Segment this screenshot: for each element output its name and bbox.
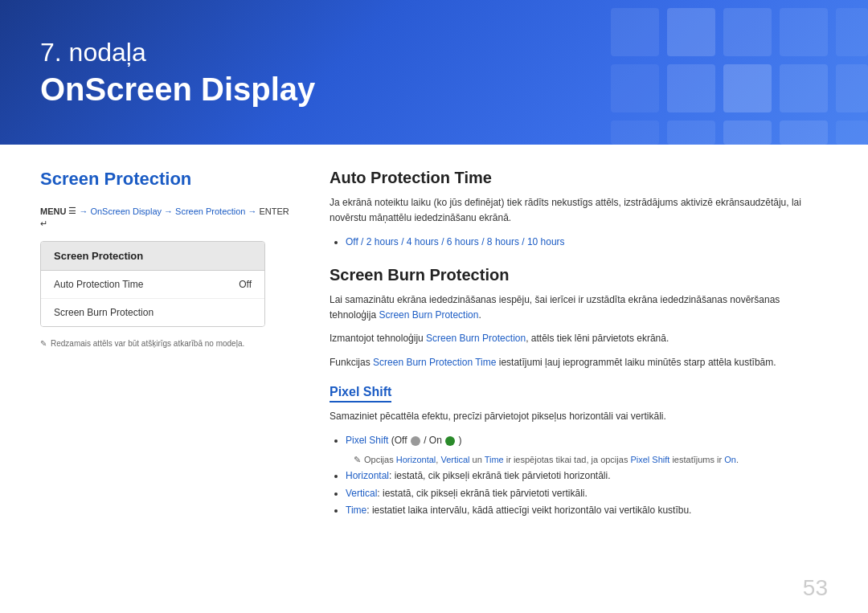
screen-burn-section: Screen Burn Protection Lai samazinātu ek… <box>330 266 828 370</box>
pixel-shift-item2: Horizontal: iestatā, cik pikseļi ekrānā … <box>346 468 828 485</box>
para2-link: Screen Burn Protection <box>426 333 526 344</box>
header-title: 7. nodaļa OnScreen Display <box>40 36 315 108</box>
breadcrumb: MENU ☰ → OnScreen Display → Screen Prote… <box>40 206 297 229</box>
left-section-title: Screen Protection <box>40 169 297 190</box>
pixel-shift-close: ) <box>459 435 462 446</box>
subnote-horizontal: Horizontal <box>396 455 436 464</box>
subnote-on: On <box>724 455 736 464</box>
right-column: Auto Protection Time Ja ekrānā noteiktu … <box>330 169 828 589</box>
breadcrumb-enter-icon: ↵ <box>40 219 47 229</box>
para2-start: Izmantojot tehnoloģiju <box>330 333 426 344</box>
svg-rect-13 <box>836 64 868 112</box>
svg-rect-7 <box>723 121 772 145</box>
svg-rect-0 <box>667 8 715 56</box>
bullet4-text: : iestatiet laika intervālu, kādā attiec… <box>366 505 691 516</box>
note-pencil-icon: ✎ <box>354 452 361 468</box>
subnote-time: Time <box>485 455 504 464</box>
pixel-shift-on-text: / On <box>424 435 444 446</box>
pixel-shift-title: Pixel Shift <box>330 385 391 403</box>
chapter-label: 7. nodaļa <box>40 36 315 70</box>
pixel-shift-link: Pixel Shift <box>346 435 388 446</box>
left-note: ✎ Redzamais attēls var būt atšķirīgs atk… <box>40 339 297 348</box>
auto-protection-title: Auto Protection Time <box>330 169 828 187</box>
breadcrumb-arrow3: → <box>248 206 256 216</box>
menu-item-auto-label: Auto Protection Time <box>54 279 143 290</box>
pixel-shift-item4: Time: iestatiet laika intervālu, kādā at… <box>346 502 828 520</box>
svg-rect-11 <box>611 121 659 145</box>
para1-link: Screen Burn Protection <box>379 309 478 321</box>
breadcrumb-menu-icon: ☰ <box>68 206 76 216</box>
note-text: Redzamais attēls var būt atšķirīgs atkar… <box>51 339 244 348</box>
menu-item-auto-value: Off <box>239 279 252 290</box>
breadcrumb-link2: Screen Protection <box>175 206 245 216</box>
auto-protection-options: Off / 2 hours / 4 hours / 6 hours / 8 ho… <box>330 234 828 251</box>
pixel-shift-section: Pixel Shift Samaziniet pēcattēla efektu,… <box>330 385 828 520</box>
pixel-shift-item1: Pixel Shift (Off / On ) ✎ Opcijas Horizo… <box>346 432 828 468</box>
page-header: 7. nodaļa OnScreen Display <box>0 0 868 145</box>
svg-rect-5 <box>780 64 828 112</box>
para3-end: iestatījumi ļauj ieprogrammēt laiku minū… <box>496 357 776 368</box>
bullet3-vertical: Vertical <box>346 488 377 499</box>
circle-on-icon <box>445 436 455 446</box>
screen-burn-para1: Lai samazinātu ekrāna iededzināšanas ies… <box>330 292 828 323</box>
breadcrumb-enter: ENTER <box>259 206 289 216</box>
menu-box: Screen Protection Auto Protection Time O… <box>40 241 265 327</box>
breadcrumb-arrow1: → <box>79 206 88 216</box>
subnote-pixelshift: Pixel Shift <box>630 455 669 464</box>
screen-burn-para3: Funkcijas Screen Burn Protection Time ie… <box>330 355 828 370</box>
screen-burn-title: Screen Burn Protection <box>330 266 828 284</box>
option-item: Off / 2 hours / 4 hours / 6 hours / 8 ho… <box>346 234 828 251</box>
para2-end: , attēls tiek lēni pārvietots ekrānā. <box>526 333 669 344</box>
menu-item-screen-burn[interactable]: Screen Burn Protection <box>41 299 264 326</box>
circle-off-icon <box>411 436 420 446</box>
left-column: Screen Protection MENU ☰ → OnScreen Disp… <box>40 169 297 589</box>
svg-rect-10 <box>611 64 659 112</box>
bullet3-text: : iestatā, cik pikseļi ekrānā tiek pārvi… <box>377 488 587 499</box>
auto-protection-section: Auto Protection Time Ja ekrānā noteiktu … <box>330 169 828 251</box>
auto-protection-description: Ja ekrānā noteiktu laiku (ko jūs definēj… <box>330 195 828 226</box>
menu-item-auto-protection[interactable]: Auto Protection Time Off <box>41 271 264 299</box>
svg-rect-2 <box>780 8 828 56</box>
bullet2-horizontal: Horizontal <box>346 470 389 481</box>
para3-start: Funkcijas <box>330 357 373 368</box>
breadcrumb-link1: OnScreen Display <box>90 206 162 216</box>
svg-rect-14 <box>836 121 868 145</box>
pixel-shift-description: Samaziniet pēcattēla efektu, precīzi pār… <box>330 409 828 424</box>
menu-box-header: Screen Protection <box>41 242 264 271</box>
svg-rect-8 <box>780 121 828 145</box>
subnote-vertical: Vertical <box>440 455 469 464</box>
bullet2-text: : iestatā, cik pikseļi ekrānā tiek pārvi… <box>389 470 610 481</box>
pixel-shift-list: Pixel Shift (Off / On ) ✎ Opcijas Horizo… <box>330 432 828 520</box>
breadcrumb-arrow2: → <box>164 206 173 216</box>
menu-item-burn-label: Screen Burn Protection <box>54 307 154 318</box>
subnote-text: Opcijas Horizontal, Vertical un Time ir … <box>364 452 739 468</box>
para3-link: Screen Burn Protection Time <box>373 357 496 368</box>
pixel-shift-item3: Vertical: iestatā, cik pikseļi ekrānā ti… <box>346 485 828 503</box>
svg-rect-3 <box>667 64 715 112</box>
svg-rect-6 <box>667 121 715 145</box>
breadcrumb-menu: MENU <box>40 206 66 216</box>
svg-rect-1 <box>723 8 772 56</box>
svg-rect-12 <box>836 8 868 56</box>
note-icon: ✎ <box>40 339 47 348</box>
svg-rect-9 <box>611 8 659 56</box>
svg-rect-4 <box>723 64 772 112</box>
page-content: Screen Protection MENU ☰ → OnScreen Disp… <box>0 145 868 613</box>
main-title: OnScreen Display <box>40 70 315 108</box>
options-text: Off / 2 hours / 4 hours / 6 hours / 8 ho… <box>346 236 565 247</box>
header-decoration <box>506 0 868 145</box>
para1-end: . <box>478 309 481 321</box>
pixel-shift-off-text: (Off <box>391 435 410 446</box>
pixel-shift-subnote: ✎ Opcijas Horizontal, Vertical un Time i… <box>354 452 828 468</box>
bullet4-time: Time <box>346 505 366 516</box>
page-number: 53 <box>803 575 828 601</box>
screen-burn-para2: Izmantojot tehnoloģiju Screen Burn Prote… <box>330 331 828 346</box>
